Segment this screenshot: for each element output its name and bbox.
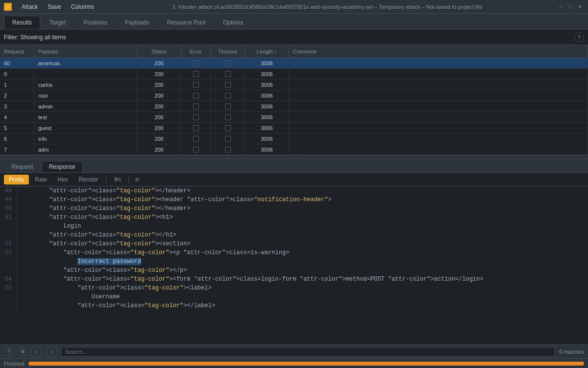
checkbox-col-timeout[interactable]	[225, 60, 231, 66]
table-row[interactable]: 6info2003006	[0, 133, 588, 144]
view-tab-hex[interactable]: Hex	[52, 175, 73, 184]
highlighted-text: Incorrect password	[77, 258, 141, 265]
progress-bar-container	[28, 362, 584, 366]
tab-resource-pool[interactable]: Resource Pool	[158, 16, 214, 29]
window-controls: ─ □ ✕	[557, 3, 584, 11]
match-count: 0 matches	[559, 349, 584, 355]
table-header: Request Payload Status Error Timeout Len…	[0, 45, 588, 58]
checkbox-col-error[interactable]	[193, 147, 199, 153]
tab-target[interactable]: Target	[41, 16, 74, 29]
app-icon: ⚡	[4, 3, 12, 11]
menu-save[interactable]: Save	[44, 2, 65, 11]
code-line: "attr-color">class="tag-color"></label>	[0, 301, 588, 310]
menu-attack[interactable]: Attack	[18, 2, 42, 11]
checkbox-col-timeout[interactable]	[225, 93, 231, 99]
table-row[interactable]: 1carlos2003006	[0, 79, 588, 90]
main-tab-bar: Results Target Positions Payloads Resour…	[0, 14, 588, 29]
table-row[interactable]: 3admin2003006	[0, 101, 588, 112]
code-line: 52 "attr-color">class="tag-color"><secti…	[0, 239, 588, 248]
checkbox-col-error[interactable]	[193, 125, 199, 131]
tab-results[interactable]: Results	[4, 16, 40, 29]
table-body: 60americas2003008020030061carlos20030062…	[0, 58, 588, 155]
restore-button[interactable]: □	[566, 3, 574, 11]
filter-bar: Filter: Showing all items ?	[0, 29, 588, 45]
tab-options[interactable]: Options	[215, 16, 251, 29]
checkbox-col-error[interactable]	[193, 114, 199, 120]
view-separator	[106, 176, 106, 184]
code-line: "attr-color">class="tag-color"></h1>	[0, 231, 588, 239]
col-header-error[interactable]: Error	[181, 45, 211, 57]
view-tab-yn[interactable]: ¥n	[109, 175, 125, 184]
progress-bar-fill	[28, 362, 584, 366]
col-header-request[interactable]: Request	[0, 45, 34, 57]
table-row[interactable]: 2root2003006	[0, 90, 588, 101]
tab-response[interactable]: Response	[42, 161, 83, 172]
checkbox-col-timeout[interactable]	[225, 82, 231, 88]
checkbox-col-timeout[interactable]	[225, 71, 231, 77]
code-line: 49 "attr-color">class="tag-color"><heade…	[0, 195, 588, 204]
code-line: 55 "attr-color">class="tag-color"><label…	[0, 284, 588, 292]
table-row[interactable]: 02003006	[0, 69, 588, 79]
tab-payloads[interactable]: Payloads	[117, 16, 157, 29]
close-button[interactable]: ✕	[576, 3, 584, 11]
code-line: Incorrect password	[0, 257, 588, 266]
tab-positions[interactable]: Positions	[75, 16, 116, 29]
settings-icon-button[interactable]: ⚙	[18, 347, 27, 357]
status-bar: ? ⚙ ‹ › 0 matches	[0, 344, 588, 358]
view-menu-button[interactable]: ≡	[132, 174, 142, 185]
checkbox-col-timeout[interactable]	[225, 114, 231, 120]
search-input[interactable]	[61, 347, 555, 357]
finished-label: Finished	[4, 361, 24, 367]
minimize-button[interactable]: ─	[557, 3, 564, 11]
filter-text: Filter: Showing all items	[4, 34, 574, 41]
view-tab-bar: Pretty Raw Hex Render ¥n ≡	[0, 173, 588, 186]
info-icon-button[interactable]: ?	[4, 347, 14, 357]
code-line: 53 "attr-color">class="tag-color"><p "at…	[0, 248, 588, 257]
menu-items: Attack Save Columns	[18, 2, 98, 11]
code-line: 48 "attr-color">class="tag-color"></head…	[0, 186, 588, 195]
table-row[interactable]: 4test2003006	[0, 112, 588, 123]
checkbox-col-error[interactable]	[193, 93, 199, 99]
title-bar: ⚡ Attack Save Columns 3. Intruder attack…	[0, 0, 588, 14]
table-row[interactable]: 7adm2003006	[0, 144, 588, 155]
checkbox-col-error[interactable]	[193, 71, 199, 77]
checkbox-col-error[interactable]	[193, 60, 199, 66]
help-button[interactable]: ?	[574, 32, 584, 42]
table-row[interactable]: 60americas2003008	[0, 58, 588, 69]
tab-request[interactable]: Request	[4, 161, 41, 172]
code-line: 54 "attr-color">class="tag-color"><form …	[0, 275, 588, 284]
table-row[interactable]: 5guest2003006	[0, 123, 588, 133]
code-line: "attr-color">class="tag-color"></p>	[0, 266, 588, 275]
code-line: 50 "attr-color">class="tag-color"></head…	[0, 204, 588, 213]
menu-columns[interactable]: Columns	[67, 2, 98, 11]
checkbox-col-timeout[interactable]	[225, 125, 231, 131]
col-header-payload[interactable]: Payload	[34, 45, 137, 57]
col-header-timeout[interactable]: Timeout	[211, 45, 245, 57]
nav-back-button[interactable]: ‹	[31, 346, 42, 357]
view-tab-raw[interactable]: Raw	[30, 175, 51, 184]
checkbox-col-timeout[interactable]	[225, 136, 231, 142]
resize-divider[interactable]: ···	[0, 155, 588, 159]
req-res-tab-bar: Request Response	[0, 159, 588, 173]
window-title: 3. Intruder attack of ac591f551fc4586dc0…	[104, 4, 551, 10]
col-header-length[interactable]: Length ↓	[245, 45, 289, 57]
checkbox-col-timeout[interactable]	[225, 104, 231, 109]
checkbox-col-timeout[interactable]	[225, 147, 231, 153]
view-tab-pretty[interactable]: Pretty	[4, 175, 29, 184]
bottom-section: Request Response Pretty Raw Hex Render ¥…	[0, 159, 588, 358]
col-header-comment[interactable]: Comment	[289, 45, 588, 57]
view-tab-render[interactable]: Render	[74, 175, 103, 184]
code-line: 51 "attr-color">class="tag-color"><h1>	[0, 213, 588, 222]
nav-forward-button[interactable]: ›	[46, 346, 57, 357]
code-line: Username	[0, 292, 588, 301]
view-separator-2	[128, 176, 129, 184]
col-header-status[interactable]: Status	[137, 45, 181, 57]
checkbox-col-error[interactable]	[193, 136, 199, 142]
code-line: Login	[0, 222, 588, 231]
checkbox-col-error[interactable]	[193, 82, 199, 88]
checkbox-col-error[interactable]	[193, 104, 199, 109]
finished-bar: Finished	[0, 358, 588, 368]
code-view: 48 "attr-color">class="tag-color"></head…	[0, 186, 588, 344]
